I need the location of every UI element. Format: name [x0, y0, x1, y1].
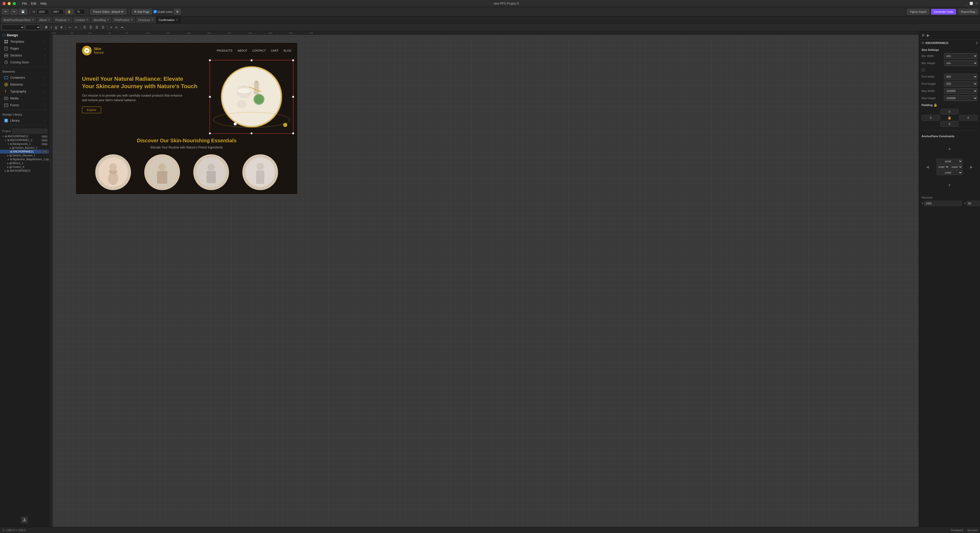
tree-item-anchor11[interactable]: ▼ ⊞ ANCHORPANE11 160y	[0, 134, 49, 138]
tab-storeblog[interactable]: StoreBlog ✕	[91, 16, 112, 24]
minimize-button[interactable]	[8, 2, 11, 5]
panel-icon-settings[interactable]: ⚙	[921, 33, 925, 37]
tree-item-menu1[interactable]: ▶ ▤ Menu1_1	[0, 161, 49, 165]
abs-x-input[interactable]	[924, 201, 962, 206]
tab-close-checkout[interactable]: ✕	[151, 18, 153, 21]
height-input[interactable]	[51, 9, 64, 14]
handle-tm[interactable]	[250, 59, 253, 61]
tab-contact[interactable]: Contact ✕	[73, 16, 91, 24]
tab-close-pickproduct[interactable]: ✕	[131, 18, 133, 21]
panel-icon-preview[interactable]: ▶	[927, 33, 930, 37]
tree-item-sec-banner[interactable]: ▶ ▤ Section_Banner1_1	[0, 146, 49, 150]
cut-button[interactable]: ✂	[73, 24, 79, 30]
tab-products[interactable]: Products ✕	[53, 16, 73, 24]
sidebar-item-media[interactable]: Media ›	[1, 95, 48, 102]
constraint-up-arrow[interactable]: ▲	[936, 140, 963, 157]
strikethrough-button[interactable]: S	[59, 24, 64, 30]
tab-close-about[interactable]: ✕	[48, 18, 50, 21]
align-center-button[interactable]: ☰	[88, 24, 94, 30]
underline-button[interactable]: U	[54, 24, 59, 30]
handle-tr[interactable]	[292, 59, 294, 61]
tree-item-big-section[interactable]: ▼ ⊞ BigSection_Magnificience_1 160y	[0, 157, 49, 161]
save-button[interactable]: 💾	[19, 9, 27, 14]
padding-info-icon[interactable]: 🔒	[934, 103, 937, 107]
sidebar-item-sections[interactable]: Sections ›	[1, 52, 48, 59]
align-right-button[interactable]: ☰	[94, 24, 100, 30]
tab-close-confirmation[interactable]: ✕	[176, 18, 178, 21]
constraint-right-arrow[interactable]: ▶	[964, 158, 979, 176]
dash-button[interactable]: —	[67, 24, 73, 30]
sidebar-item-library[interactable]: Library ›	[1, 117, 48, 124]
lock-ratio-button[interactable]: 🔒	[65, 9, 73, 14]
sidebar-item-containers[interactable]: Containers ›	[1, 74, 48, 81]
maximize-button[interactable]	[13, 2, 16, 5]
tree-item-footer1[interactable]: ▶ ▤ Footer1_9	[0, 165, 49, 169]
zoom-input[interactable]	[75, 9, 85, 14]
redo-button[interactable]: ↪	[11, 9, 18, 14]
max-width-select[interactable]: 100000	[944, 88, 977, 94]
menu-edit[interactable]: Edit	[31, 2, 36, 5]
min-width-select[interactable]: min fixed stretch	[944, 53, 977, 59]
close-button[interactable]	[3, 2, 6, 5]
tree-item-anchor23[interactable]: ▶ ⊞ ANCHORPANE23	[0, 169, 49, 173]
sidebar-item-templates[interactable]: Templates ›	[1, 38, 48, 45]
bold-button[interactable]: B	[44, 24, 49, 30]
handle-mr[interactable]	[292, 96, 294, 98]
tab-close-contact[interactable]: ✕	[86, 18, 88, 21]
tree-item-anchor12[interactable]: ▼ ⊞ ANCHORPANE1_2 160y	[0, 138, 49, 142]
resize-icon[interactable]: ⬡	[921, 67, 925, 72]
tab-close-build[interactable]: ✕	[32, 18, 34, 21]
constraint-left-select[interactable]: unset	[937, 164, 949, 169]
figma-import-button[interactable]: Figma Import	[907, 9, 929, 14]
menu-file[interactable]: File	[22, 2, 27, 5]
constraint-right-select[interactable]: unset	[950, 164, 963, 169]
theme-editor-button[interactable]: Theme Editor default	[91, 9, 126, 14]
theme-select[interactable]: default	[110, 10, 124, 14]
sidebar-item-pages[interactable]: Pages ›	[1, 45, 48, 52]
account-link[interactable]: Account	[967, 529, 977, 532]
sidebar-item-typography[interactable]: T Typography ›	[1, 88, 48, 95]
constraint-down-arrow[interactable]: ▼	[936, 177, 963, 194]
abs-y-input[interactable]	[967, 201, 980, 206]
canvas-content[interactable]: Skin Natural PRODUCTS ABOUT CONTACT CART…	[52, 35, 919, 527]
padding-left-input[interactable]	[921, 115, 940, 121]
min-height-select[interactable]: min fixed stretch	[944, 60, 977, 66]
sidebar-item-elements[interactable]: Elements ›	[1, 81, 48, 88]
undo-button[interactable]: ↩	[2, 9, 9, 14]
tab-close-products[interactable]: ✕	[68, 18, 70, 21]
project-search[interactable]	[12, 129, 47, 133]
padding-right-input[interactable]	[959, 115, 977, 121]
tab-build-dream[interactable]: BuildYourDreamStore ✕	[1, 16, 37, 24]
tree-item-anchor21[interactable]: ⊞ ANCHORPANE21 160y	[0, 150, 49, 153]
padding-bottom-input[interactable]	[940, 121, 959, 127]
user-icon[interactable]	[21, 517, 28, 523]
tab-pickproduct[interactable]: PickProduct ✕	[112, 16, 135, 24]
constraint-bottom-select[interactable]: unset 0	[937, 170, 963, 175]
pref-width-select[interactable]: 800	[944, 74, 977, 80]
tree-item-sec-discover[interactable]: ▶ ▤ Section_Discover_1	[0, 153, 49, 157]
guide-lines-toggle[interactable]: Guide Lines	[153, 10, 173, 13]
tab-confirmation[interactable]: Confirmation ✕	[156, 16, 181, 24]
constraint-left-arrow[interactable]: ◀	[920, 158, 935, 176]
tab-close-storeblog[interactable]: ✕	[107, 18, 109, 21]
align-left-button[interactable]: ☰	[82, 24, 88, 30]
font-size-select[interactable]	[25, 24, 41, 30]
info-icon[interactable]: ℹ	[976, 41, 977, 45]
italic-button[interactable]: I	[49, 24, 53, 30]
handle-tl[interactable]	[209, 59, 211, 61]
max-height-select[interactable]: 100000	[944, 95, 977, 101]
sidebar-item-forms[interactable]: Forms ›	[1, 102, 48, 109]
feedback-link[interactable]: Feedback	[951, 529, 963, 532]
constraint-top-select[interactable]: unset 0	[937, 159, 963, 164]
bullet-list-button[interactable]: ≡	[109, 24, 113, 30]
pref-height-select[interactable]: 500	[944, 81, 977, 87]
menu-help[interactable]: Help	[40, 2, 47, 5]
tab-checkout[interactable]: Checkout ✕	[135, 16, 156, 24]
align-justify-button[interactable]: ☰	[100, 24, 106, 30]
font-family-select[interactable]	[2, 24, 24, 30]
tab-about[interactable]: About ✕	[37, 16, 53, 24]
generate-code-button[interactable]: Generate Code	[931, 9, 956, 14]
canvas-area[interactable]: -233 -167 -100 -33 33 100 167 233 300 36…	[49, 31, 919, 527]
padding-top-input[interactable]	[940, 109, 959, 115]
grid-button[interactable]: ⊞	[174, 9, 181, 14]
